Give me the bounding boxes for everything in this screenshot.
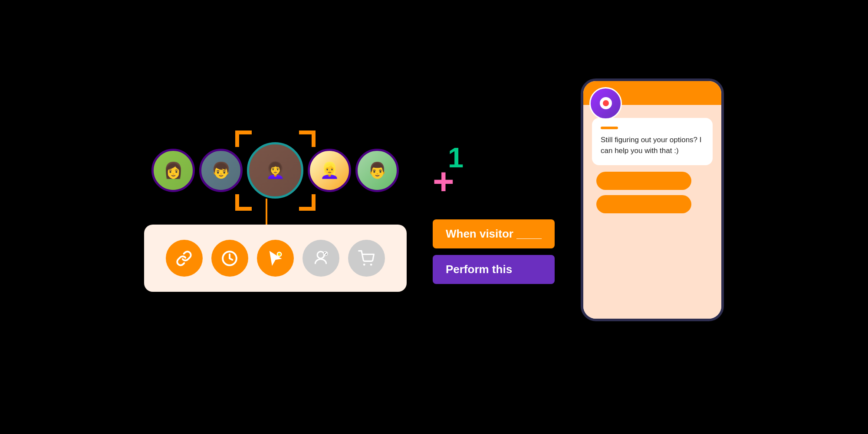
person-icon-btn[interactable] [302,240,339,277]
chat-message: Still figuring out your options? I can h… [601,136,701,155]
bot-avatar [589,87,622,120]
connector-line [266,199,267,225]
phone-section: Still figuring out your options? I can h… [581,100,724,321]
avatar-2[interactable]: 👦 [199,149,243,192]
main-scene: 👩 👦 [0,0,868,434]
svg-point-3 [370,263,372,265]
action-btn-1[interactable] [596,172,691,190]
left-section: 👩 👦 [144,142,407,292]
phone-body: Still figuring out your options? I can h… [583,105,721,319]
avatar-selected-wrapper: 👩‍🦱 [247,142,303,199]
clock-icon-btn[interactable] [211,240,248,277]
icon-panel [144,225,407,292]
content-wrapper: 👩 👦 [144,113,724,321]
avatar-1-face: 👩 [154,151,193,190]
avatar-5[interactable]: 👨 [355,149,399,192]
when-visitor-label: When visitor ____ [433,219,555,248]
cart-icon-btn[interactable] [348,240,385,277]
avatar-3-selected[interactable]: 👩‍🦱 [247,142,303,199]
bot-eye [600,97,612,109]
chat-bubble-accent [601,127,618,129]
perform-this-label: Perform this [433,255,555,284]
chat-bubble: Still figuring out your options? I can h… [592,118,713,165]
link-icon-btn[interactable] [166,240,203,277]
avatar-3-face: 👩‍🦱 [249,144,301,196]
decoration-plus: + [433,163,454,200]
action-btn-2[interactable] [596,195,691,213]
action-buttons [592,172,713,213]
avatar-5-face: 👨 [358,151,397,190]
condition-labels: When visitor ____ Perform this [433,219,555,284]
cursor-icon-btn[interactable] [257,240,294,277]
bot-pupil [603,100,609,106]
svg-point-2 [363,263,365,265]
avatar-4[interactable]: 👱‍♀️ [308,149,351,192]
avatar-1[interactable]: 👩 [151,149,195,192]
avatar-4-face: 👱‍♀️ [310,151,349,190]
avatar-2-face: 👦 [201,151,240,190]
middle-section: 1 + When visitor ____ Perform this [433,150,555,284]
svg-point-1 [277,252,282,256]
decorations: 1 + [433,150,467,202]
avatars-row: 👩 👦 [151,142,399,199]
